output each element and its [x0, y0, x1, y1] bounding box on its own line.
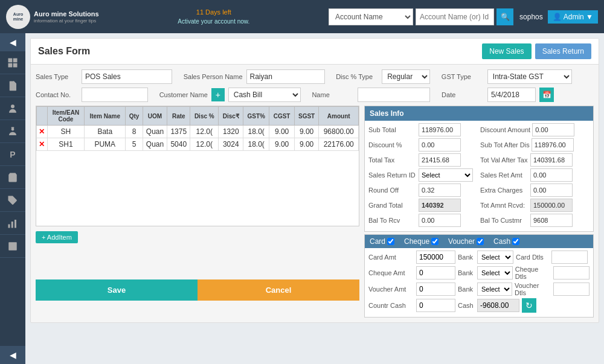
admin-menu-button[interactable]: 👤 Admin ▼ [548, 10, 598, 24]
account-name-select[interactable]: Account Name [329, 8, 413, 25]
si-right-label: Tot Amnt Rcvd: [480, 202, 528, 209]
col-header-code: Item/EANCode [47, 107, 84, 126]
col-header-delete [37, 107, 48, 126]
card-amt-input[interactable] [416, 251, 455, 264]
si-right-value: 140391.68 [530, 153, 573, 167]
sidebar-toggle[interactable]: ◀ [0, 33, 25, 51]
save-button[interactable]: Save [36, 279, 198, 301]
sales-person-input[interactable] [246, 69, 325, 84]
name-input[interactable] [358, 88, 430, 102]
contact-input[interactable] [82, 88, 148, 102]
customer-add-button[interactable]: + [211, 88, 225, 101]
si-right-label: Sales Ret Amt [480, 171, 528, 179]
form-header: Sales Form New Sales Sales Return [31, 39, 599, 65]
search-button[interactable]: 🔍 [496, 8, 513, 25]
card-dtls-input[interactable] [551, 251, 588, 264]
sidebar-item-tag[interactable] [0, 189, 25, 212]
cash-value-input[interactable] [477, 299, 519, 312]
cheque-amt-input[interactable] [416, 266, 455, 279]
si-left-value: 21415.68 [419, 153, 461, 167]
code-cell: SH [47, 126, 84, 138]
gst-type-select[interactable]: Intra-State GST [487, 69, 572, 84]
sidebar-bottom-toggle[interactable]: ◀ [0, 346, 25, 364]
sidebar-item-report[interactable] [0, 235, 25, 258]
rate-cell: 5040 [167, 138, 190, 151]
counter-cash-input[interactable] [416, 299, 455, 312]
sidebar-item-document[interactable] [0, 74, 25, 97]
sales-return-select[interactable]: Select [419, 169, 472, 181]
delete-cell[interactable]: ✕ [37, 138, 48, 151]
refresh-button[interactable]: ↻ [522, 298, 536, 313]
sales-info-panel: Sales Info Sub Total 118976.00 Discount … [364, 106, 594, 232]
si-right-value: 9608 [530, 214, 573, 227]
customer-select[interactable]: Cash Bill [228, 88, 301, 102]
cancel-button[interactable]: Cancel [198, 279, 359, 301]
si-left-cell: Total Tax 21415.68 [368, 153, 478, 167]
name-cell: Bata [85, 126, 126, 138]
cash-checkbox[interactable] [512, 238, 519, 245]
si-left-label: Discount % [368, 141, 417, 148]
card-bank-select[interactable]: Select [477, 251, 513, 264]
col-header-sgst: SGST [294, 107, 319, 126]
table-row: ✕ SH1 PUMA 5 Quan 5040 12.0( 3024 18.0( … [37, 138, 359, 151]
account-id-input[interactable] [416, 8, 494, 25]
sidebar-item-p[interactable]: P [0, 143, 25, 166]
sidebar-item-chart[interactable] [0, 212, 25, 235]
cheque-checkbox[interactable] [431, 238, 439, 245]
form-body: Sales Type Sales Person Name Disc % Type… [31, 65, 599, 322]
sidebar-item-cart[interactable] [0, 166, 25, 189]
si-left-label: Total Tax [368, 156, 417, 164]
new-sales-button[interactable]: New Sales [482, 43, 531, 59]
delete-cell[interactable]: ✕ [37, 126, 48, 138]
si-row: Round Off 0.32 Extra Charges 0.00 [368, 184, 590, 197]
uom-cell: Quan [143, 138, 167, 151]
cgst-cell: 9.00 [269, 138, 294, 151]
sidebar-item-dashboard[interactable] [0, 51, 25, 74]
bottom-buttons: Save Cancel [36, 279, 359, 301]
trial-notice: 11 Days left Activate your account now. [105, 7, 323, 27]
cheque-label: Cheque [404, 237, 429, 246]
logo-icon: Auromine [6, 5, 30, 29]
svg-rect-12 [8, 242, 17, 251]
payment-body: Card Amt Bank Select Card Dtls [365, 248, 593, 317]
payment-header: Card Cheque Voucher [365, 235, 593, 248]
delete-icon[interactable]: ✕ [39, 140, 45, 148]
sales-return-button[interactable]: Sales Return [535, 43, 591, 59]
delete-icon[interactable]: ✕ [39, 127, 45, 136]
voucher-amt-row: Voucher Amt Bank Select Voucher Dtls [368, 282, 590, 296]
voucher-bank-select[interactable]: Select [477, 283, 512, 296]
svg-rect-3 [13, 63, 18, 67]
card-checkbox[interactable] [387, 238, 394, 245]
form-title: Sales Form [38, 46, 90, 57]
search-area: Account Name 🔍 [329, 8, 513, 25]
add-item-button[interactable]: + AddItem [36, 231, 78, 243]
si-left-value: 118976.00 [419, 123, 461, 136]
disc-rs-cell: 3024 [219, 138, 243, 151]
col-header-gst: GST% [243, 107, 269, 126]
trial-days: 11 Days left [105, 7, 323, 18]
right-panel: Sales Info Sub Total 118976.00 Discount … [364, 106, 594, 318]
voucher-dtls-input[interactable] [553, 283, 590, 296]
si-row: Sales Return ID Select Sales Ret Amt 0.0… [368, 168, 590, 182]
disc-type-label: Disc % Type [336, 73, 378, 80]
user-area: sophos 👤 Admin ▼ [519, 10, 598, 24]
voucher-dtls-label: Voucher Dtls [515, 282, 551, 296]
voucher-checkbox[interactable] [477, 238, 484, 245]
col-header-rate: Rate [167, 107, 190, 126]
disc-rs-cell: 1320 [219, 126, 243, 138]
content-area: Sales Form New Sales Sales Return Sales … [25, 33, 604, 364]
cheque-bank-select[interactable]: Select [477, 266, 513, 279]
calendar-button[interactable]: 📅 [539, 88, 554, 102]
cheque-dtls-input[interactable] [553, 266, 590, 279]
si-right-label: Tot Val After Tax [480, 156, 528, 164]
voucher-amt-input[interactable] [416, 283, 455, 296]
disc-type-select[interactable]: Regular [382, 69, 430, 84]
sidebar-item-worker[interactable] [0, 120, 25, 143]
cheque-amt-label: Cheque Amt [368, 269, 414, 276]
sidebar-item-person[interactable] [0, 97, 25, 120]
sales-type-input[interactable] [82, 69, 172, 84]
gst-type-label: GST Type [442, 73, 484, 80]
date-input[interactable] [487, 88, 536, 102]
si-left-value: 0.32 [419, 184, 461, 197]
payment-col-voucher: Voucher [448, 237, 484, 246]
